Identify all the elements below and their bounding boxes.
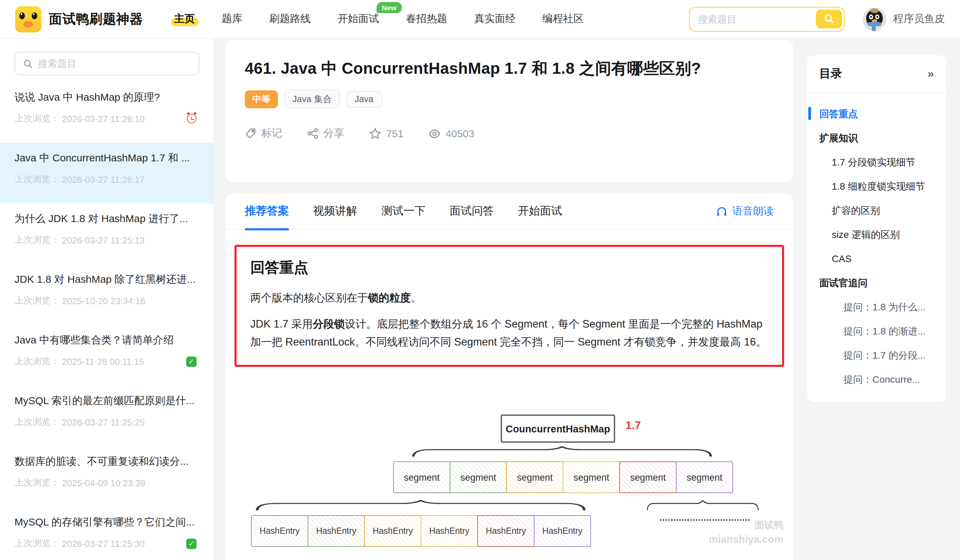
segment-box: segment xyxy=(619,461,677,493)
brace-left xyxy=(254,500,587,511)
segment-box: segment xyxy=(506,461,563,493)
sidebar-search-box xyxy=(14,52,199,75)
last-viewed-time: 2025-04-09 10:23:39 xyxy=(62,478,145,488)
alarm-clock-icon xyxy=(187,114,197,123)
tag-chip[interactable]: Java 集合 xyxy=(284,90,340,108)
check-mark-icon xyxy=(186,356,197,366)
username: 程序员鱼皮 xyxy=(893,13,945,26)
toc-item-question-4[interactable]: 提问：Concurre... xyxy=(807,367,946,391)
avatar xyxy=(863,7,886,31)
main-nav: 主页 题库 刷题路线 开始面试 New 春招热题 真实面经 编程社区 xyxy=(174,13,584,26)
answer-tabs: 推荐答案 视频讲解 测试一下 面试问答 开始面试 语音朗读 xyxy=(226,194,793,230)
last-viewed-label: 上次浏览： xyxy=(14,416,59,428)
header-right: 程序员鱼皮 xyxy=(689,6,945,31)
collapse-chevrons-icon[interactable]: » xyxy=(928,67,934,80)
toc-item-question-2[interactable]: 提问：1.8 的渐进... xyxy=(807,318,946,343)
question-tags: 中等 Java 集合 Java xyxy=(245,90,774,108)
diagram-version-label: 1.7 xyxy=(626,419,641,432)
segment-box: segment xyxy=(563,461,620,493)
toc-item-resize-difference[interactable]: 扩容的区别 xyxy=(807,198,946,222)
duck-logo-icon[interactable] xyxy=(15,6,42,32)
nav-coding-community[interactable]: 编程社区 xyxy=(542,13,584,26)
share-icon xyxy=(307,128,318,139)
answer-key-points-highlight: 回答重点 两个版本的核心区别在于锁的粒度。 JDK 1.7 采用分段锁设计。底层… xyxy=(235,245,784,367)
last-viewed-time: 2025-11-28 00:11:15 xyxy=(62,356,144,366)
nav-home[interactable]: 主页 xyxy=(174,13,195,26)
toc-item-question-1[interactable]: 提问：1.8 为什么... xyxy=(807,294,946,318)
tab-interview-qa[interactable]: 面试问答 xyxy=(450,194,494,229)
header-search-button[interactable] xyxy=(816,9,842,28)
nav-study-path[interactable]: 刷题路线 xyxy=(269,13,311,26)
answer-card: 推荐答案 视频讲解 测试一下 面试问答 开始面试 语音朗读 回答重点 两个版本的… xyxy=(226,194,793,560)
tab-quiz[interactable]: 测试一下 xyxy=(381,194,426,229)
eye-icon xyxy=(428,127,441,140)
hashentry-box: HashEntry xyxy=(534,515,591,547)
search-icon xyxy=(824,13,835,24)
concurrenthashmap-1.7-diagram: CouncurrentHashMap 1.7 segment segment s… xyxy=(226,414,793,560)
question-list-item[interactable]: 数据库的脏读、不可重复读和幻读分... 上次浏览： 2025-04-09 10:… xyxy=(0,446,214,507)
question-list-sidebar: 说说 Java 中 HashMap 的原理? 上次浏览： 2026-03-27 … xyxy=(0,38,214,560)
last-viewed-time: 2025-10-20 23:34:16 xyxy=(62,296,145,306)
diagram-root-box: CouncurrentHashMap xyxy=(501,414,615,443)
last-viewed-time: 2026-03-27 11:26:10 xyxy=(62,114,145,124)
tag-icon xyxy=(245,128,256,139)
segment-box: segment xyxy=(393,461,450,493)
toc-item-size-logic[interactable]: size 逻辑的区别 xyxy=(807,222,946,246)
share-button[interactable]: 分享 xyxy=(307,127,344,140)
headphones-icon xyxy=(716,205,728,217)
toc-item-cas[interactable]: CAS xyxy=(807,246,946,270)
tab-start-interview[interactable]: 开始面试 xyxy=(518,194,562,229)
header-search-input[interactable] xyxy=(698,13,808,24)
segment-box: segment xyxy=(676,461,733,493)
user-menu[interactable]: 程序员鱼皮 xyxy=(863,7,945,31)
question-header-card: 461. Java 中 ConcurrentHashMap 1.7 和 1.8 … xyxy=(226,40,793,182)
nav-real-interviews[interactable]: 真实面经 xyxy=(474,13,515,26)
last-viewed-time: 2026-03-27 11:25:25 xyxy=(62,417,145,427)
last-viewed-time: 2026-03-27 11:26:17 xyxy=(62,174,145,184)
question-list-item[interactable]: Java 中有哪些集合类？请简单介绍 上次浏览： 2025-11-28 00:1… xyxy=(0,325,214,386)
question-list-item[interactable]: JDK 1.8 对 HashMap 除了红黑树还进... 上次浏览： 2025-… xyxy=(0,264,214,325)
question-list-item[interactable]: 说说 Java 中 HashMap 的原理? 上次浏览： 2026-03-27 … xyxy=(0,82,214,143)
sidebar-search-input[interactable] xyxy=(38,58,176,69)
question-list-item-active[interactable]: Java 中 ConcurrentHashMap 1.7 和 ... 上次浏览：… xyxy=(0,143,214,203)
tab-video-explanation[interactable]: 视频讲解 xyxy=(313,194,357,229)
question-list-item[interactable]: MySQL 索引的最左前缀匹配原则是什... 上次浏览： 2026-03-27 … xyxy=(0,386,214,446)
text-to-speech-button[interactable]: 语音朗读 xyxy=(716,205,774,218)
tag-chip[interactable]: Java xyxy=(346,91,382,107)
nav-start-interview[interactable]: 开始面试 New xyxy=(338,13,379,26)
toc-title: 目录 xyxy=(819,66,842,82)
star-count: 751 xyxy=(386,128,403,139)
question-list-item[interactable]: 为什么 JDK 1.8 对 HashMap 进行了... 上次浏览： 2026-… xyxy=(0,203,214,264)
answer-heading: 回答重点 xyxy=(250,258,768,277)
toc-item-1.8-fine-grained-lock[interactable]: 1.8 细粒度锁实现细节 xyxy=(807,174,946,198)
app-root: 面试鸭刷题神器 主页 题库 刷题路线 开始面试 New 春招热题 真实面经 编程… xyxy=(0,0,960,560)
question-list-item[interactable]: MySQL 的存储引擎有哪些？它们之间... 上次浏览： 2026-03-27 … xyxy=(0,507,214,560)
search-icon xyxy=(23,58,33,69)
star-icon xyxy=(369,127,381,140)
toc-item-1.7-segment-lock[interactable]: 1.7 分段锁实现细节 xyxy=(807,150,946,174)
difficulty-badge: 中等 xyxy=(245,90,278,108)
toc-item-extended-knowledge[interactable]: 扩展知识 xyxy=(807,125,946,150)
duck-eye-right xyxy=(32,12,37,19)
toc-item-interviewer-followups[interactable]: 面试官追问 xyxy=(807,270,946,294)
question-title: 461. Java 中 ConcurrentHashMap 1.7 和 1.8 … xyxy=(245,58,774,79)
star-count-button[interactable]: 751 xyxy=(369,127,403,140)
answer-paragraph: JDK 1.7 采用分段锁设计。底层把整个数组分成 16 个 Segment，每… xyxy=(250,315,768,351)
mark-button[interactable]: 标记 xyxy=(245,127,282,140)
last-viewed-label: 上次浏览： xyxy=(14,537,59,550)
brace-top xyxy=(410,446,714,457)
duck-eye-left xyxy=(19,12,25,19)
brand-title: 面试鸭刷题神器 xyxy=(49,10,143,28)
check-mark-icon xyxy=(186,538,197,549)
nav-spring-hot[interactable]: 春招热题 xyxy=(406,13,447,26)
toc-item-question-3[interactable]: 提问：1.7 的分段... xyxy=(807,343,946,367)
hashentry-box: HashEntry xyxy=(421,515,478,547)
view-count: 40503 xyxy=(428,127,474,140)
brace-right xyxy=(646,500,759,511)
tab-recommended-answer[interactable]: 推荐答案 xyxy=(245,194,289,229)
toc-item-key-points[interactable]: 回答重点 xyxy=(807,101,946,125)
nav-question-bank[interactable]: 题库 xyxy=(222,13,242,26)
last-viewed-label: 上次浏览： xyxy=(14,355,59,368)
last-viewed-label: 上次浏览： xyxy=(14,294,59,307)
toc-list: 回答重点 扩展知识 1.7 分段锁实现细节 1.8 细粒度锁实现细节 扩容的区别… xyxy=(807,93,946,391)
